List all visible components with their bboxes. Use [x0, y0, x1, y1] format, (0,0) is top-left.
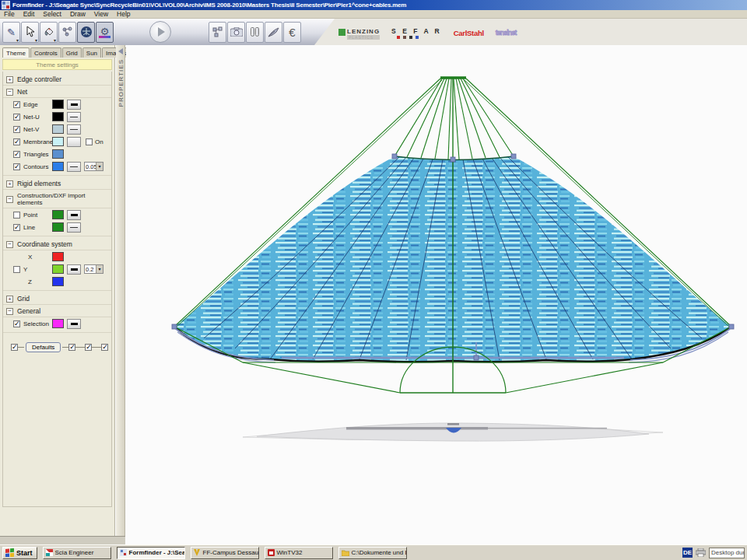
tab-controls[interactable]: Controls [30, 47, 61, 58]
point-checkbox[interactable] [13, 212, 20, 219]
contours-linestyle-button[interactable] [67, 162, 81, 172]
collapse-icon[interactable] [6, 196, 13, 203]
axis-scale-dropdown[interactable]: 0.2▾ [84, 264, 103, 274]
axis-y-checkbox[interactable] [13, 266, 20, 273]
task-wintv[interactable]: WinTV32 [265, 547, 333, 559]
play-icon [158, 27, 165, 37]
menu-view[interactable]: View [94, 10, 108, 18]
tab-theme[interactable]: Theme [2, 47, 30, 58]
net-u-color-swatch[interactable] [52, 112, 64, 121]
edge-color-swatch[interactable] [52, 100, 64, 109]
start-button[interactable]: Start [2, 547, 37, 559]
select-cursor-button[interactable] [21, 22, 39, 43]
axis-y-linestyle-button[interactable] [67, 264, 81, 275]
menu-select[interactable]: Select [43, 10, 61, 18]
draw-pencil-button[interactable]: ✎ [2, 22, 20, 43]
point-linestyle-button[interactable] [67, 210, 81, 220]
membrane-checkbox[interactable] [13, 138, 20, 145]
formfinding-nodes-button[interactable] [58, 22, 76, 43]
carlstahl-logo: CarlStahl [454, 29, 484, 37]
material-rolls-button[interactable] [246, 22, 264, 43]
selection-linestyle-button[interactable] [67, 319, 81, 329]
wintv-icon [268, 549, 275, 556]
axis-z-color-swatch[interactable] [52, 277, 64, 286]
expand-icon[interactable] [6, 76, 13, 83]
triangles-color-swatch[interactable] [52, 149, 64, 159]
tab-sun[interactable]: Sun [82, 47, 101, 58]
dropdown-arrow-icon[interactable]: ▾ [96, 163, 103, 170]
sketch-feather-button[interactable] [265, 22, 282, 43]
cost-euro-button[interactable]: € [283, 22, 301, 43]
line-linestyle-button[interactable] [67, 222, 81, 233]
section-general[interactable]: General [3, 305, 111, 317]
dropdown-arrow-icon[interactable]: ▾ [96, 265, 103, 273]
play-button[interactable] [149, 21, 171, 43]
net-v-linestyle-button[interactable] [67, 124, 81, 135]
contours-interval-dropdown[interactable]: 0.05▾ [84, 162, 103, 171]
collapse-icon[interactable] [6, 241, 13, 248]
svg-text:+: + [48, 26, 51, 31]
selection-color-swatch[interactable] [52, 319, 64, 328]
defaults-checkbox-3[interactable] [85, 344, 92, 351]
selection-checkbox[interactable] [13, 320, 20, 327]
sefar-dots-icon [391, 36, 442, 39]
render-settings-button[interactable]: ⚙ [96, 22, 114, 43]
snapshot-camera-button[interactable] [227, 22, 245, 43]
menu-draw[interactable]: Draw [70, 10, 86, 18]
contours-checkbox[interactable] [13, 163, 20, 170]
collapse-icon[interactable] [6, 308, 13, 315]
expand-icon[interactable] [6, 180, 13, 187]
net-u-linestyle-button[interactable] [67, 112, 81, 122]
printer-icon[interactable] [696, 548, 706, 557]
collapse-arrow-icon[interactable] [118, 48, 123, 54]
pencil-icon: ✎ [7, 27, 16, 37]
node-diagram-button[interactable] [209, 22, 226, 43]
defaults-checkbox-1[interactable] [11, 344, 18, 351]
section-net[interactable]: Net [3, 86, 111, 98]
net-v-color-swatch[interactable] [52, 124, 64, 134]
membrane-style-button[interactable] [67, 137, 81, 147]
collapse-icon[interactable] [6, 89, 13, 96]
triangles-checkbox[interactable] [13, 151, 20, 158]
edge-linestyle-button[interactable] [67, 100, 81, 110]
defaults-checkbox-4[interactable] [101, 344, 108, 351]
task-scia-engineer[interactable]: Scia Engineer [43, 547, 111, 559]
task-explorer-folder[interactable]: C:\Dokumente und Einst... [338, 547, 407, 559]
paint-bucket-button[interactable]: + [40, 22, 58, 43]
menu-help[interactable]: Help [117, 10, 130, 18]
section-edge-controller[interactable]: Edge controller [3, 73, 111, 86]
tab-grid[interactable]: Grid [62, 47, 82, 58]
analysis-vitruvian-button[interactable] [77, 22, 95, 43]
net-v-checkbox[interactable] [13, 126, 20, 133]
section-coordinate-system[interactable]: Coordinate system [3, 238, 111, 250]
defaults-checkbox-2[interactable] [68, 344, 75, 351]
toolbar: ✎ + ⚙ € [0, 19, 335, 45]
defaults-button[interactable]: Defaults [26, 342, 61, 352]
section-rigid-elements[interactable]: Rigid elements [3, 177, 111, 190]
line-checkbox[interactable] [13, 224, 20, 231]
task-ff-campus[interactable]: FF-Campus Dessau Scre... [191, 547, 259, 559]
axis-x-row: X [3, 250, 111, 263]
section-construction[interactable]: Construction/DXF import elements [3, 190, 111, 208]
expand-icon[interactable] [6, 296, 13, 303]
lenzing-square-icon [338, 29, 345, 36]
contours-color-swatch[interactable] [52, 162, 64, 171]
section-grid[interactable]: Grid [3, 292, 111, 305]
language-indicator[interactable]: DE [682, 548, 693, 558]
edge-checkbox[interactable] [13, 101, 20, 108]
nodes-icon [61, 26, 73, 37]
line-color-swatch[interactable] [52, 222, 64, 232]
desktop-search-input[interactable] [709, 548, 745, 558]
axis-y-color-swatch[interactable] [52, 264, 64, 274]
menu-edit[interactable]: Edit [23, 10, 35, 18]
point-color-swatch[interactable] [52, 210, 64, 219]
properties-collapse-strip[interactable]: PROPERTIES [116, 45, 125, 536]
gradient-bar [99, 36, 110, 38]
task-formfinder[interactable]: Formfinder - J:\Seaga... [117, 547, 185, 559]
membrane-on-checkbox[interactable] [86, 138, 93, 145]
menu-file[interactable]: File [4, 10, 15, 18]
axis-x-color-swatch[interactable] [52, 252, 64, 261]
membrane-color-swatch[interactable] [52, 137, 64, 146]
net-u-checkbox[interactable] [13, 114, 20, 121]
viewport-canvas[interactable] [126, 45, 747, 544]
